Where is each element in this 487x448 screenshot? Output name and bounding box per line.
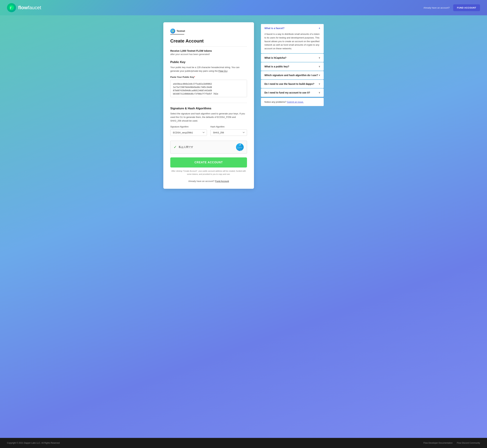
faq-chevron-0: ∧ [319,27,320,29]
faq-question-text-5: Do I need to fund my account to use it? [264,91,310,94]
public-key-label: Paste Your Public Key* [170,76,247,78]
faq-question-text-2: What is a public key? [264,65,289,68]
form-title: Create Account [170,38,247,44]
faq-question-1[interactable]: What is hCaptcha? ∨ [261,54,324,62]
svg-text:ƒ: ƒ [10,6,11,9]
captcha-box[interactable]: ✓ 私は人間です ↺ hCaptchaプライバシー・条項 [170,141,247,153]
create-account-button[interactable]: CREATE ACCOUNT [170,157,247,168]
captcha-left: ✓ 私は人間です [173,145,193,149]
sig-algo-select[interactable]: ECDSA_P256 ECDSA_secp256k1 [170,129,207,136]
hash-algo-label: Hash Algorithm [210,126,247,128]
footer: Copyright © 2021 Dapper Labs LLC. All Ri… [0,438,487,448]
faq-notice: Notice any problems? Submit an issue. [261,98,324,106]
main-content: ⚡ Testnet Create Account Receive 1,000 T… [0,15,487,438]
faq-item-2: What is a public key? ∨ [261,62,324,71]
public-key-title: Public Key [170,60,247,64]
captcha-text: 私は人間です [179,145,193,149]
faq-chevron-4: ∨ [319,83,320,85]
fund-account-link-prefix: Already have an account? [188,180,215,183]
faq-item-5: Do I need to fund my account to use it? … [261,88,324,97]
faq-chevron-3: ∨ [319,74,320,76]
faq-chevron-5: ∨ [319,91,320,94]
svg-text:⚡: ⚡ [172,30,174,32]
captcha-logo-icon: ↺ [239,143,241,146]
flow-cli-link[interactable]: Flow CLI [218,70,227,72]
faq-answer-0: A faucet is a way to distribute small am… [261,32,324,53]
footer-link-docs[interactable]: Flow Developer Documentation [423,442,453,444]
captcha-logo-inner: ↺ [239,143,241,146]
captcha-logo: ↺ hCaptchaプライバシー・条項 [236,143,244,151]
sig-algo-field: Signature Algorithm ECDSA_P256 ECDSA_sec… [170,126,207,136]
footer-link-discord[interactable]: Flow Discord Community [457,442,480,444]
hash-algo-select[interactable]: SHA2_256 SHA3_256 [210,129,247,136]
logo-flow: flow [18,5,28,10]
public-key-input[interactable]: a4e58eac80de2e8c37fea02a1b89862 3a73e729… [170,80,247,97]
faq-question-2[interactable]: What is a public key? ∨ [261,62,324,71]
public-key-desc-text1: Your public key must be a 128 character … [170,66,239,72]
network-underline [170,34,184,34]
network-name: Testnet [177,30,185,32]
footer-copyright: Copyright © 2021 Dapper Labs LLC. All Ri… [7,442,60,444]
faq-question-5[interactable]: Do I need to fund my account to use it? … [261,88,324,97]
header: ƒ flowfaucet Already have an account? FU… [0,0,487,15]
network-icon: ⚡ [170,29,175,33]
network-badge: ⚡ Testnet [170,29,247,33]
hash-algo-field: Hash Algorithm SHA2_256 SHA3_256 [210,126,247,136]
form-note: After clicking "Create Account", your pu… [170,170,247,176]
faq-panel: What is a faucet? ∧ A faucet is a way to… [261,22,324,106]
faq-item-0: What is a faucet? ∧ A faucet is a way to… [261,24,324,53]
footer-links: Flow Developer Documentation Flow Discor… [423,442,480,444]
faq-item-1: What is hCaptcha? ∨ [261,54,324,62]
logo-text: flowfaucet [18,5,41,10]
faq-item-3: Which signature and hash algorithm do I … [261,71,324,80]
faq-question-text-3: Which signature and hash algorithm do I … [264,74,318,77]
faq-question-4[interactable]: Do I need to use the faucet to build dap… [261,80,324,88]
algorithms-row: Signature Algorithm ECDSA_P256 ECDSA_sec… [170,126,247,136]
captcha-brand: hCaptchaプライバシー・条項 [236,147,244,151]
form-card: ⚡ Testnet Create Account Receive 1,000 T… [163,22,254,189]
fund-account-link[interactable]: Fund Account [215,180,229,183]
captcha-checkmark: ✓ [173,145,177,149]
already-account-text: Already have an account? [423,7,450,9]
faq-question-0[interactable]: What is a faucet? ∧ [261,24,324,32]
fund-account-button[interactable]: FUND ACCOUNT [453,4,480,11]
faq-question-text-4: Do I need to use the faucet to build dap… [264,82,314,85]
token-info-sub: after your account has been generated! [170,53,247,56]
sig-algo-label: Signature Algorithm [170,126,207,128]
faq-chevron-2: ∨ [319,65,320,68]
public-key-desc: Your public key must be a 128 character … [170,66,247,73]
fund-account-link-area: Already have an account? Fund Account [170,180,247,183]
public-key-desc-text2: . [227,70,228,72]
faq-item-4: Do I need to use the faucet to build dap… [261,80,324,88]
required-marker: * [194,76,195,78]
faq-question-text-0: What is a faucet? [264,27,284,30]
header-right: Already have an account? FUND ACCOUNT [423,4,480,11]
faq-chevron-1: ∨ [319,56,320,59]
submit-issue-link[interactable]: Submit an issue. [287,101,304,103]
logo-area: ƒ flowfaucet [7,3,41,12]
flow-logo-icon: ƒ [7,3,16,12]
logo-faucet: faucet [28,5,41,10]
sig-hash-title: Signature & Hash Algorithms [170,107,247,110]
faq-question-3[interactable]: Which signature and hash algorithm do I … [261,71,324,80]
token-info-bold: Receive 1,000 Testnet FLOW tokens [170,49,247,52]
sig-hash-desc: Select the signature and hash algorithm … [170,112,247,123]
faq-question-text-1: What is hCaptcha? [264,56,286,59]
